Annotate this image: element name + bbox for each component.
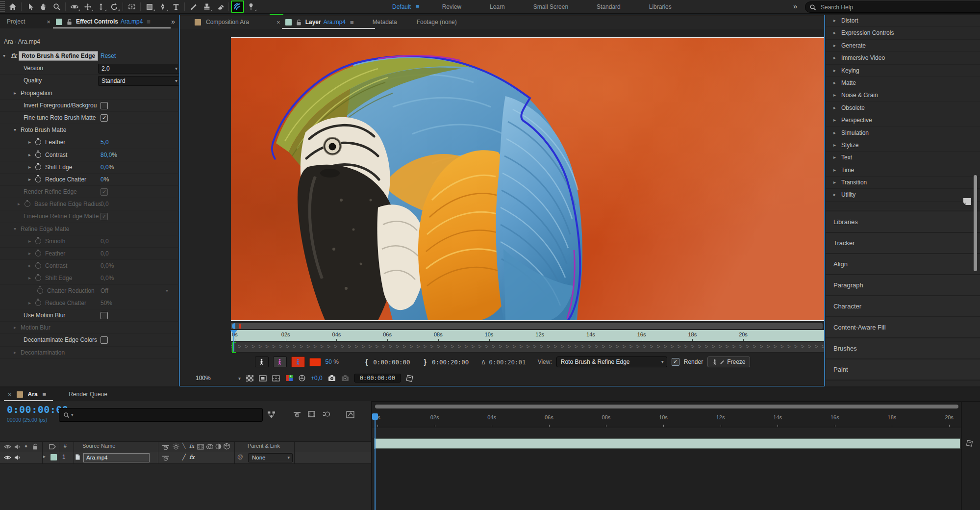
twirl-icon[interactable]: ▾ — [14, 124, 21, 136]
toggle-alpha-overlay-button[interactable] — [291, 357, 305, 367]
timeline-ruler[interactable]: 0s02s04s06s08s10s12s14s16s18s20s — [374, 413, 962, 427]
tab-layer[interactable]: Layer — [305, 19, 321, 26]
ec-row-base-refine-edge-radius[interactable]: ▸Base Refine Edge Radius0,0 — [0, 198, 178, 210]
shy-switch-icon[interactable] — [162, 444, 170, 450]
value-dropdown[interactable]: 2.0 — [98, 64, 180, 74]
current-time-indicator[interactable] — [230, 330, 237, 334]
panel-menu-icon[interactable]: ≡ — [350, 19, 354, 26]
ec-row-render-refine-edge[interactable]: Render Refine Edge✓ — [0, 186, 178, 198]
adjustment-switch-icon[interactable] — [215, 443, 222, 450]
twirl-icon[interactable]: ▸ — [833, 27, 840, 39]
stopwatch-icon[interactable] — [35, 263, 41, 269]
twirl-icon[interactable]: ▸ — [833, 15, 840, 26]
panel-tracker[interactable]: Tracker — [826, 233, 980, 254]
value-checkbox[interactable]: ✓ — [101, 114, 108, 122]
tool-rectangle[interactable] — [143, 1, 156, 12]
layer-shy-toggle[interactable] — [162, 455, 170, 461]
twirl-icon[interactable]: ▸ — [833, 89, 840, 101]
magnification-dropdown[interactable]: 100% — [193, 374, 241, 383]
tool-clone-stamp[interactable] — [200, 1, 213, 12]
ec-row-invert-foreground-backgrou[interactable]: Invert Foreground/Backgrou — [0, 100, 178, 112]
property-value[interactable]: 0,0% — [101, 260, 114, 272]
layer-twirl-icon[interactable]: ▸ — [43, 454, 46, 459]
viewer-current-time[interactable]: 0:00:00:00 — [354, 374, 401, 382]
twirl-icon[interactable]: ▸ — [14, 322, 21, 333]
twirl-icon[interactable]: ▸ — [28, 136, 35, 148]
tool-home[interactable] — [6, 1, 19, 12]
parent-dropdown[interactable]: None — [248, 453, 293, 462]
fx-category-keying[interactable]: ▸Keying — [826, 65, 980, 77]
twirl-icon[interactable]: ▸ — [28, 272, 35, 284]
panel-libraries[interactable]: Libraries — [826, 212, 980, 233]
stopwatch-icon[interactable] — [25, 201, 30, 207]
panel-overflow-chevron-icon[interactable]: » — [171, 18, 175, 26]
fx-switch-icon[interactable]: fx — [189, 443, 194, 449]
ec-row-use-motion-blur[interactable]: Use Motion Blur — [0, 309, 178, 322]
panel-align[interactable]: Align — [826, 254, 980, 275]
panel-character[interactable]: Character — [826, 296, 980, 317]
fx-category-noise-grain[interactable]: ▸Noise & Grain — [826, 89, 980, 102]
layer-frame-parrot[interactable] — [231, 38, 824, 320]
close-icon[interactable]: × — [47, 18, 50, 26]
tool-hand[interactable] — [37, 1, 50, 12]
close-icon[interactable]: × — [276, 19, 280, 26]
fx-category-text[interactable]: ▸Text — [826, 152, 980, 164]
frame-blending-icon[interactable] — [308, 411, 315, 417]
ec-row-fine-tune-refine-edge-matte[interactable]: Fine-tune Refine Edge Matte✓ — [0, 210, 178, 223]
workspace-tab-libraries[interactable]: Libraries — [639, 3, 690, 10]
tab-render-queue[interactable]: Render Queue — [69, 391, 107, 398]
twirl-icon[interactable]: ▸ — [28, 235, 35, 247]
collapse-switch-icon[interactable] — [173, 443, 179, 450]
region-of-interest-icon[interactable] — [259, 375, 267, 382]
tool-selection[interactable] — [24, 1, 37, 12]
solo-column-icon[interactable]: ● — [25, 443, 27, 449]
tool-pen[interactable] — [156, 1, 169, 12]
panel-scrollbar[interactable] — [974, 175, 977, 271]
timeline-nav-scrollbar[interactable] — [375, 405, 958, 408]
overlay-opacity[interactable]: 50 % — [326, 358, 339, 365]
motion-blur-switch-icon[interactable] — [206, 444, 214, 450]
show-snapshot-icon[interactable] — [341, 375, 349, 382]
tab-metadata[interactable]: Metadata — [373, 19, 397, 26]
ec-row-version[interactable]: Version2.0 — [0, 62, 178, 75]
tool-dolly-camera[interactable] — [94, 1, 107, 12]
property-value[interactable]: 0,0 — [101, 248, 109, 259]
help-search[interactable] — [805, 1, 980, 13]
tab-composition[interactable]: Composition Ara — [206, 19, 249, 26]
fx-category-obsolete[interactable]: ▸Obsolete — [826, 102, 980, 114]
tab-footage[interactable]: Footage (none) — [417, 19, 457, 26]
twirl-icon[interactable]: ▸ — [833, 77, 840, 89]
graph-editor-icon[interactable] — [346, 411, 354, 418]
stopwatch-icon[interactable] — [35, 164, 41, 170]
ec-row-reduce-chatter[interactable]: ▸Reduce Chatter50% — [0, 297, 178, 309]
twirl-icon[interactable]: ▸ — [833, 139, 840, 151]
value-checkbox[interactable]: ✓ — [101, 213, 108, 220]
source-name-column[interactable]: Source Name — [82, 443, 115, 449]
ec-row-fine-tune-roto-brush-matte[interactable]: Fine-tune Roto Brush Matte✓ — [0, 112, 178, 124]
panel-menu-icon[interactable]: ≡ — [43, 391, 47, 398]
motion-blur-icon[interactable] — [323, 411, 330, 417]
twirl-icon[interactable]: ▸ — [833, 114, 840, 126]
new-panel-icon[interactable] — [963, 198, 971, 205]
toggle-alpha-button[interactable] — [255, 357, 269, 367]
3d-switch-icon[interactable] — [224, 443, 230, 450]
ec-row-contrast[interactable]: ▸Contrast80,0% — [0, 149, 178, 161]
fx-category-expression-controls[interactable]: ▸Expression Controls — [826, 27, 980, 39]
layer-time-ruler[interactable]: 0s02s04s06s08s10s12s14s16s18s20s — [231, 330, 824, 341]
out-point-icon[interactable]: } — [423, 358, 427, 366]
fx-category-generate[interactable]: ▸Generate — [826, 40, 980, 52]
twirl-icon[interactable]: ▸ — [28, 174, 35, 185]
fast-previews-icon[interactable] — [406, 375, 413, 382]
transparency-grid-icon[interactable] — [246, 375, 253, 382]
ec-row-feather[interactable]: ▸Feather0,0 — [0, 248, 178, 260]
property-value[interactable]: Off — [101, 285, 108, 297]
value-dropdown[interactable]: Standard — [98, 76, 180, 86]
twirl-icon[interactable]: ▸ — [833, 102, 840, 114]
property-value[interactable]: 0% — [101, 174, 109, 185]
stopwatch-icon[interactable] — [35, 177, 41, 182]
twirl-icon[interactable]: ▸ — [833, 152, 840, 163]
unlock-icon[interactable] — [67, 19, 72, 25]
tab-layer-file[interactable]: Ara.mp4 — [324, 19, 346, 26]
current-time-indicator[interactable] — [372, 413, 378, 420]
fx-category-matte[interactable]: ▸Matte — [826, 77, 980, 89]
